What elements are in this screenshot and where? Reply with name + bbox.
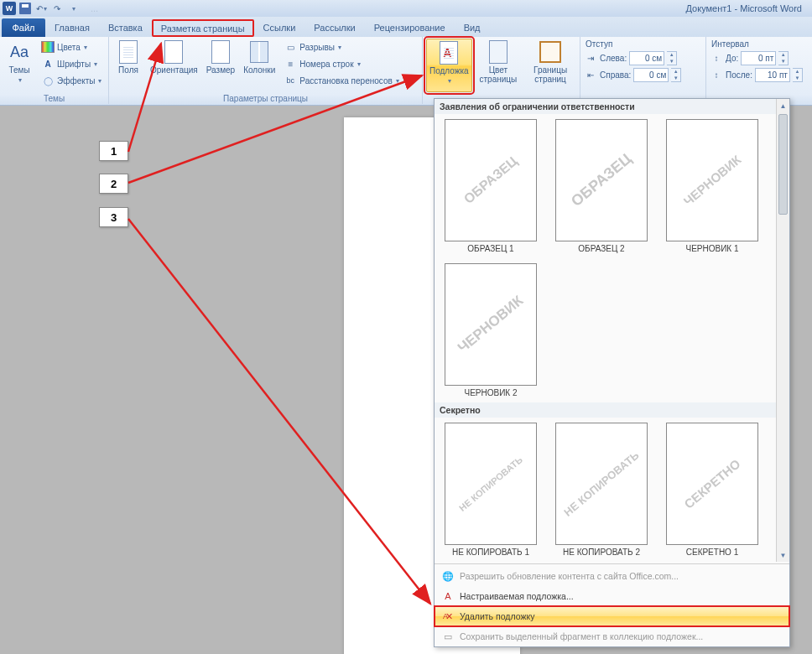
breaks-button[interactable]: ▭Разрывы▾ <box>281 39 401 55</box>
remove-watermark-icon: A✕ <box>441 610 455 623</box>
save-gallery-icon: ▭ <box>441 630 455 643</box>
tab-mailings[interactable]: Рассылки <box>304 18 364 37</box>
watermark-thumbnail[interactable]: ОБРАЗЕЦОБРАЗЕЦ 2 <box>549 119 654 253</box>
indent-left-icon: ⇥ <box>584 51 597 65</box>
themes-icon: Aa <box>6 40 33 64</box>
group-label: Параметры страницы <box>109 94 422 103</box>
margins-button[interactable]: Поля <box>112 39 144 92</box>
scroll-thumb[interactable] <box>778 114 788 215</box>
thumbnail-label: ОБРАЗЕЦ 1 <box>467 244 513 253</box>
document-title: Документ1 - Microsoft Word <box>686 3 802 13</box>
indent-label: Отступ <box>584 39 702 49</box>
custom-watermark-icon: A <box>441 589 455 603</box>
gallery-section-disclaimers: Заявления об ограничении ответственности <box>435 99 776 114</box>
thumbnail-label: ОБРАЗЕЦ 2 <box>578 244 624 253</box>
gallery-scrollbar[interactable]: ▲ ▼ <box>776 99 789 562</box>
size-icon <box>207 40 234 64</box>
spacing-label: Интервал <box>710 39 804 49</box>
ribbon-tabs: Файл Главная Вставка Разметка страницы С… <box>0 17 812 37</box>
globe-icon: 🌐 <box>441 569 455 583</box>
callout-3: 3 <box>99 207 128 227</box>
line-numbers-button[interactable]: ≡Номера строк▾ <box>281 55 401 72</box>
spacing-after-icon: ↕ <box>710 68 723 81</box>
spacing-before-label: До: <box>726 54 738 63</box>
watermark-thumbnail[interactable]: ОБРАЗЕЦОБРАЗЕЦ 1 <box>438 119 544 253</box>
indent-right-label: Справа: <box>600 70 631 80</box>
fonts-icon: A <box>41 57 55 70</box>
ribbon: Aa Темы▾ Цвета▾ AШрифты▾ ◯Эффекты▾ Темы … <box>0 37 812 106</box>
tab-review[interactable]: Рецензирование <box>365 18 455 37</box>
save-to-gallery: ▭ Сохранить выделенный фрагмент в коллек… <box>435 626 789 646</box>
title-bar: W ↶▾ ↷ ▾ ... Документ1 - Microsoft Word <box>0 0 812 17</box>
page-borders-button[interactable]: Границы страниц <box>524 39 576 92</box>
theme-fonts-button[interactable]: AШрифты▾ <box>39 55 104 72</box>
watermark-icon <box>435 41 462 65</box>
custom-watermark[interactable]: A Настраиваемая подложка... <box>435 586 789 606</box>
spacing-after-label: После: <box>726 70 752 80</box>
spacing-before-input[interactable]: 0 пт <box>741 51 776 65</box>
indent-left-spinner[interactable]: ▲▼ <box>667 51 677 65</box>
callout-2: 2 <box>99 174 128 194</box>
save-icon[interactable] <box>18 2 33 16</box>
spacing-before-icon: ↕ <box>710 51 723 65</box>
colors-icon <box>41 40 55 54</box>
line-numbers-icon: ≡ <box>284 57 297 70</box>
redo-icon[interactable]: ↷ <box>49 2 65 16</box>
word-app-icon[interactable]: W <box>2 2 17 16</box>
watermark-thumbnail[interactable]: ЧЕРНОВИКЧЕРНОВИК 2 <box>438 263 544 397</box>
columns-icon <box>246 40 273 64</box>
group-spacing: Интервал ↕ До: 0 пт ▲▼ ↕ После: 10 пт ▲▼ <box>706 37 807 104</box>
watermark-dropdown: Заявления об ограничении ответственности… <box>434 98 790 647</box>
thumbnail-label: НЕ КОПИРОВАТЬ 1 <box>452 548 529 557</box>
group-themes: Aa Темы▾ Цвета▾ AШрифты▾ ◯Эффекты▾ Темы <box>0 37 109 104</box>
columns-button[interactable]: Колонки <box>241 39 278 92</box>
tab-view[interactable]: Вид <box>455 18 490 37</box>
page-color-button[interactable]: Цвет страницы <box>476 39 522 92</box>
breaks-icon: ▭ <box>284 40 297 54</box>
scroll-up-icon[interactable]: ▲ <box>777 99 789 112</box>
allow-office-update: 🌐 Разрешить обновление контента с сайта … <box>435 566 789 586</box>
margins-icon <box>115 40 142 64</box>
tab-file[interactable]: Файл <box>2 18 45 37</box>
theme-colors-button[interactable]: Цвета▾ <box>39 39 104 55</box>
page-borders-icon <box>537 40 564 64</box>
scroll-down-icon[interactable]: ▼ <box>777 548 789 562</box>
group-label: Темы <box>0 94 108 103</box>
hyphenation-icon: bc <box>284 74 297 87</box>
qat-dropdown-icon[interactable]: ▾ <box>65 2 81 16</box>
tab-references[interactable]: Ссылки <box>254 18 305 37</box>
indent-right-input[interactable]: 0 см <box>633 68 669 82</box>
undo-icon[interactable]: ↶▾ <box>34 2 49 16</box>
spacing-before-spinner[interactable]: ▲▼ <box>778 51 789 65</box>
size-button[interactable]: Размер <box>204 39 237 92</box>
tab-page-layout[interactable]: Разметка страницы <box>152 19 254 37</box>
hyphenation-button[interactable]: bcРасстановка переносов▾ <box>281 72 401 89</box>
tab-insert[interactable]: Вставка <box>99 18 152 37</box>
indent-left-input[interactable]: 0 см <box>629 51 664 65</box>
thumbnail-label: ЧЕРНОВИК 1 <box>685 244 738 253</box>
group-page-setup: Поля Ориентация Размер Колонки ▭Разрывы▾… <box>109 37 423 104</box>
orientation-icon <box>160 40 187 64</box>
effects-icon: ◯ <box>41 74 55 87</box>
watermark-thumbnail[interactable]: СЕКРЕТНОСЕКРЕТНО 1 <box>659 423 765 557</box>
tab-home[interactable]: Главная <box>45 18 99 37</box>
group-page-background: Подложка▾ Цвет страницы Границы страниц <box>423 37 580 104</box>
watermark-thumbnail[interactable]: НЕ КОПИРОВАТЬНЕ КОПИРОВАТЬ 1 <box>438 423 544 557</box>
watermark-thumbnail[interactable]: НЕ КОПИРОВАТЬНЕ КОПИРОВАТЬ 2 <box>549 423 654 557</box>
indent-left-label: Слева: <box>600 54 627 63</box>
watermark-button[interactable]: Подложка▾ <box>426 39 472 92</box>
spacing-after-input[interactable]: 10 пт <box>755 68 790 82</box>
spacing-after-spinner[interactable]: ▲▼ <box>793 68 803 82</box>
indent-right-spinner[interactable]: ▲▼ <box>671 68 681 82</box>
gallery-section-confidential: Секретно <box>435 402 776 418</box>
orientation-button[interactable]: Ориентация <box>148 39 200 92</box>
thumbnail-label: СЕКРЕТНО 1 <box>686 548 739 557</box>
page-color-icon <box>485 40 512 64</box>
watermark-thumbnail[interactable]: ЧЕРНОВИКЧЕРНОВИК 1 <box>659 119 765 253</box>
group-indent: Отступ ⇥ Слева: 0 см ▲▼ ⇤ Справа: 0 см ▲… <box>580 37 706 104</box>
callout-1: 1 <box>99 141 128 161</box>
theme-effects-button[interactable]: ◯Эффекты▾ <box>39 72 104 89</box>
thumbnail-label: ЧЕРНОВИК 2 <box>464 388 517 397</box>
themes-button[interactable]: Aa Темы▾ <box>3 39 35 92</box>
remove-watermark[interactable]: A✕ Удалить подложку <box>435 606 789 626</box>
